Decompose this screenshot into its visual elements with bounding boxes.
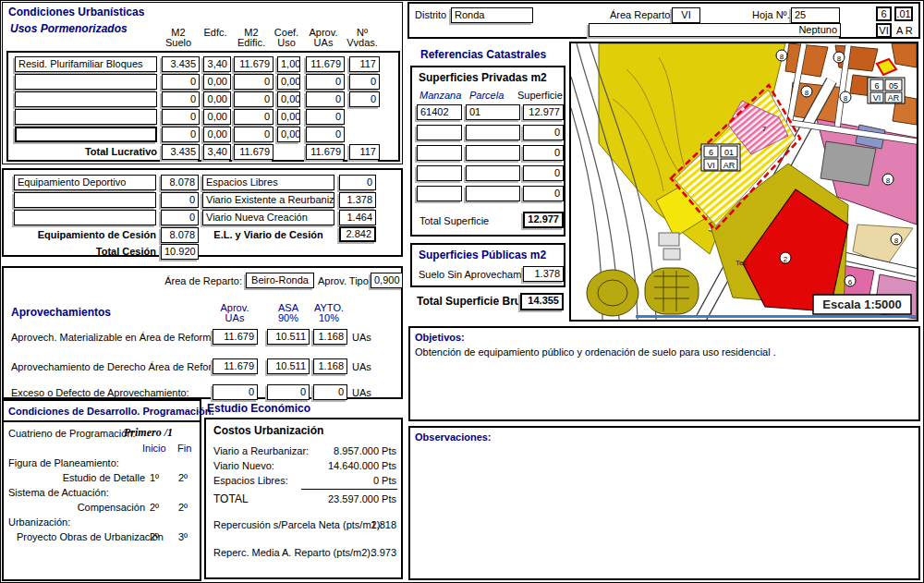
uso-vvdas-field[interactable]: 117 <box>349 56 380 72</box>
parcela-field[interactable] <box>466 165 520 181</box>
uso-aprov-field[interactable]: 0 <box>306 109 345 125</box>
uso-aprov-field[interactable]: 0 <box>306 127 345 142</box>
superficie-field[interactable]: 0 <box>523 145 564 161</box>
objetivos-text[interactable]: Obtención de equipamiento público y orde… <box>415 346 914 358</box>
superficie-field[interactable]: 12.977 <box>523 104 564 120</box>
uso-aprov-field[interactable]: 0 <box>306 91 345 107</box>
parcela-field[interactable] <box>466 186 520 201</box>
uso-coef-field[interactable]: 0,00 <box>277 127 300 142</box>
viario-exist-value-field[interactable]: 1.378 <box>339 192 376 208</box>
hoja-field[interactable]: 25 <box>791 7 840 23</box>
economico-box: Costos Urbanización Viario a Reurbanizar… <box>204 418 403 579</box>
uso-name-field[interactable] <box>15 109 157 125</box>
parcela-field[interactable]: 01 <box>466 104 520 120</box>
total-vvdas-field[interactable]: 117 <box>349 144 380 160</box>
uso-m2suelo-field[interactable]: 0 <box>162 109 200 125</box>
area-reparto-header-field[interactable]: VI <box>672 7 700 23</box>
equip-value-field[interactable]: 0 <box>161 192 199 208</box>
total-edfc-field[interactable]: 3,40 <box>203 144 231 160</box>
uso-edfc-field[interactable]: 0,00 <box>203 127 231 142</box>
uso-aprov-field[interactable]: 11.679 <box>306 56 345 72</box>
col-superficie: Superficie <box>517 90 563 102</box>
superficie-field[interactable]: 0 <box>523 125 564 140</box>
total-superficie-field[interactable]: 12.977 <box>523 212 564 228</box>
uso-name-field[interactable] <box>15 91 157 107</box>
equip-cesion-field[interactable]: 8.078 <box>161 227 199 243</box>
manzana-field[interactable] <box>417 145 462 161</box>
uso-name-field[interactable] <box>15 127 157 142</box>
aprov-uas-field[interactable]: 0 <box>213 384 258 400</box>
uso-coef-field[interactable]: 0,00 <box>277 74 300 90</box>
el-viario-cesion-field[interactable]: 2.842 <box>339 226 376 242</box>
equip-value-field[interactable]: 8.078 <box>161 175 199 190</box>
equip-label-field[interactable]: Equipamiento Deportivo <box>14 175 156 190</box>
manzana-field[interactable] <box>417 165 462 181</box>
map-tec-label: Tec <box>736 259 747 267</box>
parcela-field[interactable] <box>466 125 520 140</box>
map-code-ne-d: AR <box>888 93 900 103</box>
uso-name-field[interactable] <box>15 74 157 90</box>
urbanizacion-label: Urbanización: <box>8 516 70 528</box>
uso-edfc-field[interactable]: 0,00 <box>203 91 231 107</box>
uso-m2suelo-field[interactable]: 3.435 <box>162 56 200 72</box>
map-code-ne-a: 6 <box>874 81 879 91</box>
uso-m2edific-field[interactable]: 0 <box>234 91 274 107</box>
el-value-field[interactable]: 0 <box>339 175 376 190</box>
uso-coef-field[interactable]: 0,00 <box>277 91 300 107</box>
uso-edfc-field[interactable]: 0,00 <box>203 74 231 90</box>
uso-m2edific-field[interactable]: 11.679 <box>234 56 274 72</box>
total-cesion-field[interactable]: 10.920 <box>161 244 199 260</box>
ayto-field[interactable]: 0 <box>313 384 347 400</box>
uso-m2edific-field[interactable]: 0 <box>234 109 274 125</box>
manzana-field[interactable]: 61402 <box>417 104 462 120</box>
uso-aprov-field[interactable]: 0 <box>306 74 345 90</box>
total-bruta-field[interactable]: 14.355 <box>520 293 564 310</box>
suelo-sin-aprov-label: Suelo Sin Aprovecham. <box>419 269 524 281</box>
asa-field[interactable]: 10.511 <box>267 329 310 345</box>
uso-edfc-field[interactable]: 3,40 <box>203 56 231 72</box>
el-label-field[interactable]: Espacios Libres <box>202 175 334 190</box>
uso-vvdas-field[interactable]: 0 <box>349 91 380 107</box>
area-reparto-field[interactable]: Beiro-Ronda <box>246 273 314 288</box>
figura-label: Figura de Planeamiento: <box>8 457 119 469</box>
uso-coef-field[interactable]: 0,00 <box>277 109 300 125</box>
manzana-field[interactable] <box>417 186 462 201</box>
asa-field[interactable]: 10.511 <box>267 358 310 374</box>
figura-fin: 2º <box>176 472 190 484</box>
viario-nuevo-value-field[interactable]: 1.464 <box>339 210 376 225</box>
equip-label-field[interactable] <box>14 210 156 225</box>
total-m2suelo-field[interactable]: 3.435 <box>162 144 200 160</box>
manzana-field[interactable] <box>417 125 462 140</box>
equip-value-field[interactable]: 0 <box>161 210 199 225</box>
map-badge: 8 <box>837 55 842 63</box>
aprov-uas-field[interactable]: 11.679 <box>213 329 258 345</box>
uso-m2suelo-field[interactable]: 0 <box>162 91 200 107</box>
ayto-field[interactable]: 1.168 <box>313 358 347 374</box>
equip-label-field[interactable] <box>14 192 156 208</box>
suelo-sin-aprov-field[interactable]: 1.378 <box>523 266 564 282</box>
viario-exist-label-field[interactable]: Viario Existente a Reurbanizar <box>202 192 334 208</box>
uso-m2suelo-field[interactable]: 0 <box>162 127 200 142</box>
code-box-c: VI <box>876 23 892 38</box>
nombre-field[interactable]: Neptuno <box>589 23 841 37</box>
aprov-tipo-field[interactable]: 0,900 <box>371 273 403 288</box>
uso-m2edific-field[interactable]: 0 <box>234 74 274 90</box>
aprovechamientos-section: Área de Reparto: Beiro-Ronda Aprov. Tipo… <box>2 266 403 399</box>
superficie-field[interactable]: 0 <box>523 186 564 201</box>
total-m2edific-field[interactable]: 11.679 <box>234 144 274 160</box>
ayto-field[interactable]: 1.168 <box>313 329 347 345</box>
uso-m2suelo-field[interactable]: 0 <box>162 74 200 90</box>
superficie-field[interactable]: 0 <box>523 165 564 181</box>
viario-nuevo-label-field[interactable]: Viario Nueva Creación <box>202 210 334 225</box>
asa-field[interactable]: 0 <box>267 384 310 400</box>
distrito-field[interactable]: Ronda <box>451 7 533 23</box>
uso-name-field[interactable]: Resid. Plurifamiliar Bloques <box>15 56 157 72</box>
aprov-uas-field[interactable]: 11.679 <box>213 358 258 374</box>
parcela-field[interactable] <box>466 145 520 161</box>
uso-m2edific-field[interactable]: 0 <box>234 127 274 142</box>
uso-coef-field[interactable]: 1,00 <box>277 56 300 72</box>
total-aprov-field[interactable]: 11.679 <box>306 144 345 160</box>
uso-vvdas-field[interactable]: 0 <box>349 74 380 90</box>
uas-unit: UAs <box>352 387 371 399</box>
uso-edfc-field[interactable]: 0,00 <box>203 109 231 125</box>
